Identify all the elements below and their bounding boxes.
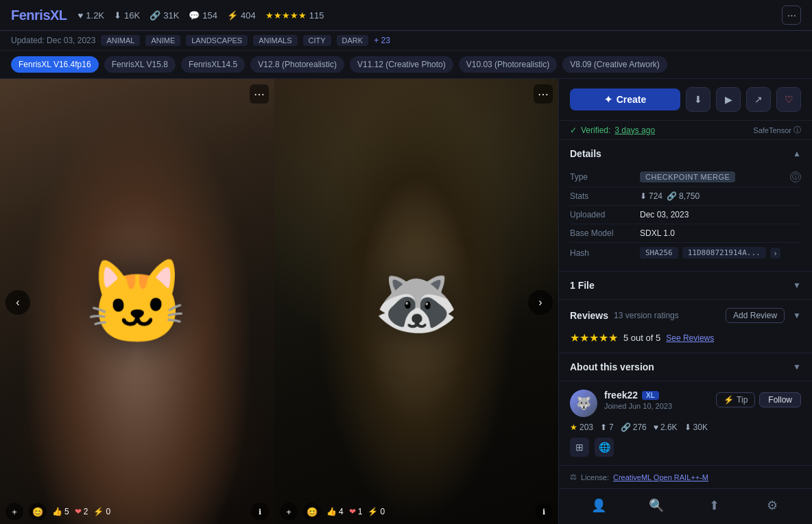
downloads-stat[interactable]: ⬇ 16K xyxy=(114,10,140,21)
info-button-1[interactable]: ℹ xyxy=(251,503,269,521)
stats-links: 🔗 8,750 xyxy=(667,191,700,201)
tab-v10[interactable]: V10.03 (Photorealistic) xyxy=(459,56,557,73)
thunder-stat[interactable]: ⚡ 404 xyxy=(227,10,256,21)
heart-stat-1: ❤ 2 xyxy=(75,507,88,516)
download-button[interactable]: ⬇ xyxy=(686,87,710,112)
comments-stat[interactable]: 💬 154 xyxy=(189,10,217,21)
more-tags[interactable]: + 23 xyxy=(374,36,390,45)
hash-expand-button[interactable]: › xyxy=(770,248,781,259)
tab-v12[interactable]: V12.8 (Photorealistic) xyxy=(250,56,344,73)
share-button[interactable]: ↗ xyxy=(746,87,771,112)
see-reviews-link[interactable]: See Reviews xyxy=(666,333,714,343)
logo[interactable]: FenrisXL xyxy=(11,8,67,23)
details-title: Details xyxy=(570,148,601,159)
verified-label: Verified: xyxy=(581,126,610,135)
user-likes: 2.6K xyxy=(660,422,678,432)
info-button-2[interactable]: ℹ xyxy=(535,503,553,521)
links-count: 31K xyxy=(163,10,179,21)
nav-next-button[interactable]: › xyxy=(528,290,553,315)
user-name[interactable]: freek22 xyxy=(604,390,638,401)
hash-value: SHA256 11D808721914A... › xyxy=(640,247,780,259)
chevron-right-icon: › xyxy=(538,296,542,309)
tab-v11[interactable]: V11.12 (Creative Photo) xyxy=(350,56,453,73)
add-reaction-button-2[interactable]: + xyxy=(280,503,298,521)
tab-v15[interactable]: FenrisXL V15.8 xyxy=(104,56,176,73)
emoji-button-2[interactable]: 😊 xyxy=(303,503,321,521)
stars-stat[interactable]: ★★★★★ 115 xyxy=(265,10,324,21)
tab-v8[interactable]: V8.09 (Creative Artwork) xyxy=(562,56,667,73)
tag-animal[interactable]: ANIMAL xyxy=(101,35,140,46)
globe-icon: 🌐 xyxy=(599,442,610,453)
stats-label: Stats xyxy=(570,191,632,201)
stats-value: ⬇ 724 🔗 8,750 xyxy=(640,191,700,201)
checkpoint-badge: CHECKPOINT MERGE xyxy=(640,171,735,182)
add-review-button[interactable]: Add Review xyxy=(726,308,785,323)
tag-dark[interactable]: DARK xyxy=(337,35,369,46)
likes-stat[interactable]: ♥ 1.2K xyxy=(78,10,104,21)
user-website-link[interactable]: 🌐 xyxy=(595,438,614,457)
nav-home-icon[interactable]: 👤 xyxy=(588,495,610,516)
image-options-button-2[interactable]: ⋯ xyxy=(534,84,553,104)
bolt-icon-2: ⚡ xyxy=(368,507,378,516)
rating-stars: ★★★★★ xyxy=(570,331,618,344)
uploaded-row: Uploaded Dec 03, 2023 xyxy=(570,206,801,224)
user-name-row: freek22 XL xyxy=(604,390,709,401)
license-link[interactable]: CreativeML Open RAIL++-M xyxy=(613,473,708,481)
verified-date[interactable]: 3 days ago xyxy=(614,126,655,135)
links-stat[interactable]: 🔗 31K xyxy=(150,10,179,21)
tab-v16-label: FenrisXL V16.4fp16 xyxy=(19,60,91,69)
heart-count-2: 1 xyxy=(358,507,363,516)
thunder-count: 404 xyxy=(241,10,256,21)
type-info-icon[interactable]: ⓘ xyxy=(790,171,801,182)
user-uploads: 7 xyxy=(609,422,614,432)
tag-anime[interactable]: ANIME xyxy=(145,35,180,46)
rating-row: ★★★★★ 5 out of 5 See Reviews xyxy=(570,331,801,344)
raccoon-image: 🦝 xyxy=(374,262,459,343)
nav-upload-icon[interactable]: ⬆ xyxy=(704,495,726,516)
user-gallery-link[interactable]: ⊞ xyxy=(570,438,589,457)
add-reaction-button-1[interactable]: + xyxy=(5,503,23,521)
file-section-header[interactable]: 1 File ▼ xyxy=(559,272,812,299)
emoji-button-1[interactable]: 😊 xyxy=(29,503,47,521)
tab-v14[interactable]: FenrisXL14.5 xyxy=(181,56,245,73)
about-section-header[interactable]: About this version ▼ xyxy=(559,353,812,381)
user-badge: XL xyxy=(642,391,659,400)
user-joined: Joined Jun 10, 2023 xyxy=(604,402,709,410)
hash-algo: SHA256 xyxy=(640,247,678,259)
bottom-nav: 👤 🔍 ⬆ ⚙ xyxy=(559,488,812,522)
type-row: Type CHECKPOINT MERGE ⓘ xyxy=(570,167,801,187)
reviews-section: Reviews 13 version ratings Add Review ▼ … xyxy=(559,300,812,353)
user-star-icon: ★ xyxy=(570,422,577,432)
tag-landscapes[interactable]: LANDSCAPES xyxy=(186,35,248,46)
tab-v12-label: V12.8 (Photorealistic) xyxy=(258,60,337,69)
reviews-chevron-icon[interactable]: ▼ xyxy=(793,311,801,320)
safetensor-label: SafeTensor xyxy=(753,126,791,134)
more-button[interactable]: ⋯ xyxy=(782,5,801,25)
tip-button[interactable]: ⚡ Tip xyxy=(716,392,755,407)
nav-search-icon[interactable]: 🔍 xyxy=(645,495,667,516)
nav-prev-button[interactable]: ‹ xyxy=(5,290,30,315)
create-button[interactable]: ✦ Create xyxy=(570,88,680,110)
details-section: Details ▲ Type CHECKPOINT MERGE ⓘ Stats … xyxy=(559,140,812,272)
heart-icon-1: ❤ xyxy=(75,507,82,516)
base-model-row: Base Model SDXL 1.0 xyxy=(570,224,801,243)
follow-button[interactable]: Follow xyxy=(759,392,801,407)
about-title: About this version xyxy=(570,361,654,372)
create-label: Create xyxy=(617,94,647,105)
right-panel: ✦ Create ⬇ ▶ ↗ ♡ ✓ Verified: 3 days ago … xyxy=(558,79,812,524)
play-button[interactable]: ▶ xyxy=(716,87,741,112)
image-options-button-1[interactable]: ⋯ xyxy=(250,84,269,104)
user-info: freek22 XL Joined Jun 10, 2023 xyxy=(604,390,709,410)
tag-animals[interactable]: ANIMALS xyxy=(253,35,297,46)
safetensor-info-icon[interactable]: ⓘ xyxy=(793,125,801,135)
user-avatar[interactable]: 🐺 xyxy=(570,390,597,417)
user-model-downloads-stat: ⬇ 30K xyxy=(684,422,708,432)
verified-row: ✓ Verified: 3 days ago SafeTensor ⓘ xyxy=(559,121,812,140)
user-model-dl-icon: ⬇ xyxy=(684,422,691,432)
favorite-button[interactable]: ♡ xyxy=(776,87,801,112)
nav-settings-icon[interactable]: ⚙ xyxy=(761,495,783,516)
tag-city[interactable]: CITY xyxy=(303,35,331,46)
tab-v16[interactable]: FenrisXL V16.4fp16 xyxy=(11,56,99,73)
header-stats: ♥ 1.2K ⬇ 16K 🔗 31K 💬 154 ⚡ 404 ★★★★★ 115 xyxy=(78,10,771,21)
details-section-header[interactable]: Details ▲ xyxy=(559,140,812,167)
